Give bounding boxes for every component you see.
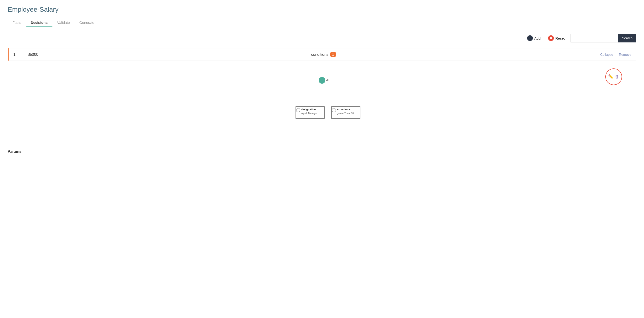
- params-divider: [8, 157, 636, 157]
- remove-button[interactable]: Remove: [619, 53, 631, 56]
- search-button[interactable]: Search: [618, 34, 636, 42]
- tab-generate[interactable]: Generate: [75, 18, 99, 27]
- add-button[interactable]: + Add: [525, 34, 543, 42]
- tab-facts[interactable]: Facts: [8, 18, 26, 27]
- tree-section: all designation equal: M: [8, 64, 636, 145]
- toolbar: + Add ✕ Reset Search: [8, 32, 636, 44]
- decision-value: $5000: [28, 52, 47, 57]
- reset-label: Reset: [555, 36, 564, 40]
- decision-row: 1 $5000 conditions 1 Collapse Remove: [8, 48, 636, 61]
- experience-sublabel: greaterThan: 10: [337, 112, 354, 115]
- page-wrapper: Employee-Salary Facts Decisions Validate…: [0, 0, 644, 163]
- conditions-badge: conditions 1: [56, 52, 590, 57]
- tab-decisions[interactable]: Decisions: [26, 18, 52, 27]
- tree-diagram: all designation equal: M: [274, 73, 370, 130]
- collapse-button[interactable]: Collapse: [600, 53, 613, 56]
- params-section: Params: [8, 149, 636, 157]
- decision-number: 1: [13, 52, 18, 57]
- decision-actions: Collapse Remove: [600, 53, 631, 56]
- action-circle: ✏️ 🗑: [605, 68, 622, 85]
- add-label: Add: [534, 36, 541, 40]
- reset-icon: ✕: [548, 35, 554, 41]
- experience-label: experience: [337, 108, 350, 111]
- tree-container: all designation equal: M: [8, 64, 636, 145]
- page-title: Employee-Salary: [8, 6, 636, 13]
- search-wrapper: Search: [570, 34, 636, 42]
- tabs-bar: Facts Decisions Validate Generate: [8, 18, 636, 27]
- tab-validate[interactable]: Validate: [52, 18, 75, 27]
- designation-label: designation: [301, 108, 316, 111]
- root-label: all: [326, 79, 328, 82]
- reset-button[interactable]: ✕ Reset: [546, 34, 566, 42]
- delete-icon[interactable]: 🗑: [615, 74, 619, 79]
- conditions-count: 1: [330, 52, 336, 57]
- search-input[interactable]: [570, 34, 618, 42]
- root-node: [319, 77, 325, 84]
- edit-icon[interactable]: ✏️: [608, 74, 614, 79]
- designation-sublabel: equal: Manager: [301, 112, 318, 115]
- svg-point-7: [332, 108, 336, 112]
- params-title: Params: [8, 149, 636, 154]
- add-icon: +: [527, 35, 533, 41]
- conditions-label: conditions: [311, 52, 328, 57]
- svg-point-5: [296, 108, 300, 112]
- edit-delete-area: ✏️ 🗑: [605, 68, 622, 85]
